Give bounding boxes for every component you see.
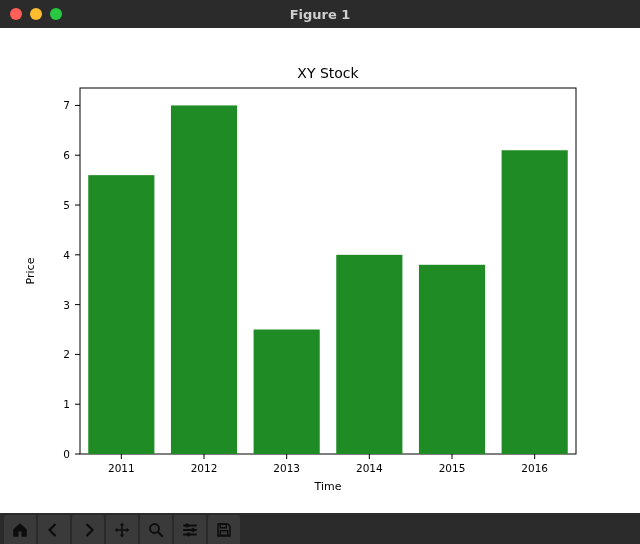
save-button[interactable] xyxy=(208,515,240,544)
minimize-icon[interactable] xyxy=(30,8,42,20)
pan-icon xyxy=(113,521,131,539)
x-tick-label: 2015 xyxy=(439,462,466,474)
y-tick-label: 0 xyxy=(63,448,70,460)
matplotlib-toolbar xyxy=(0,513,640,544)
forward-button[interactable] xyxy=(72,515,104,544)
back-icon xyxy=(45,521,63,539)
titlebar: Figure 1 xyxy=(0,0,640,28)
bar xyxy=(88,175,154,454)
window-title: Figure 1 xyxy=(0,7,640,22)
home-icon xyxy=(11,521,29,539)
forward-icon xyxy=(79,521,97,539)
svg-point-16 xyxy=(191,528,194,531)
y-tick-label: 4 xyxy=(63,249,70,261)
x-tick-label: 2011 xyxy=(108,462,135,474)
bars xyxy=(88,105,567,454)
configure-icon xyxy=(181,521,199,539)
bar xyxy=(419,265,485,454)
figure-window: Figure 1 201120122013201420152016 012345… xyxy=(0,0,640,544)
home-button[interactable] xyxy=(4,515,36,544)
y-tick-label: 7 xyxy=(63,99,70,111)
bar xyxy=(502,150,568,454)
back-button[interactable] xyxy=(38,515,70,544)
zoom-icon xyxy=(147,521,165,539)
svg-rect-19 xyxy=(220,531,228,536)
y-tick-label: 2 xyxy=(63,348,70,360)
y-ticks: 01234567 xyxy=(63,99,80,460)
y-tick-label: 5 xyxy=(63,199,70,211)
window-controls xyxy=(10,8,62,20)
chart: 201120122013201420152016 01234567 XY Sto… xyxy=(0,28,640,510)
svg-point-17 xyxy=(187,533,190,536)
maximize-icon[interactable] xyxy=(50,8,62,20)
pan-button[interactable] xyxy=(106,515,138,544)
y-tick-label: 1 xyxy=(63,398,70,410)
x-tick-label: 2013 xyxy=(273,462,300,474)
svg-rect-18 xyxy=(220,524,226,528)
configure-subplots-button[interactable] xyxy=(174,515,206,544)
y-tick-label: 6 xyxy=(63,149,70,161)
y-tick-label: 3 xyxy=(63,299,70,311)
chart-title: XY Stock xyxy=(297,65,359,81)
x-ticks: 201120122013201420152016 xyxy=(108,454,548,474)
svg-point-14 xyxy=(150,524,159,533)
save-icon xyxy=(215,521,233,539)
svg-point-15 xyxy=(185,524,188,527)
figure-canvas: 201120122013201420152016 01234567 XY Sto… xyxy=(0,28,640,513)
x-tick-label: 2016 xyxy=(521,462,548,474)
close-icon[interactable] xyxy=(10,8,22,20)
y-axis-label: Price xyxy=(24,257,37,284)
zoom-button[interactable] xyxy=(140,515,172,544)
bar xyxy=(336,255,402,454)
x-tick-label: 2012 xyxy=(191,462,218,474)
bar xyxy=(171,105,237,454)
bar xyxy=(254,330,320,454)
x-axis-label: Time xyxy=(314,480,342,493)
x-tick-label: 2014 xyxy=(356,462,383,474)
